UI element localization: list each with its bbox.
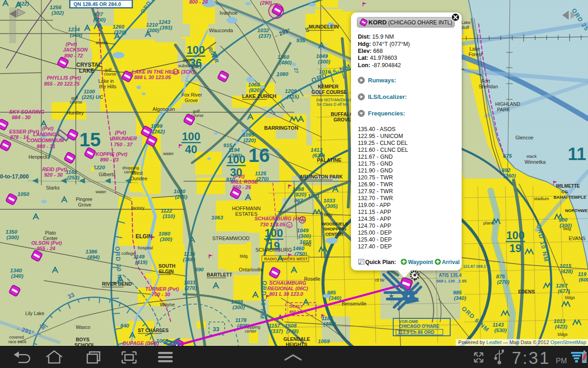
svg-text:PM: PM: [556, 357, 567, 365]
svg-text:7:31: 7:31: [512, 349, 550, 368]
